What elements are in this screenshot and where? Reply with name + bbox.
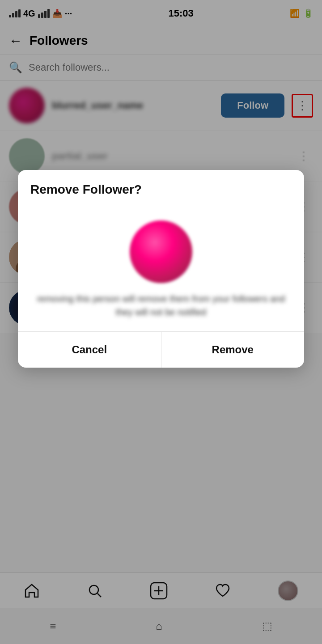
modal-overlay: Remove Follower? removing this person wi… <box>0 0 322 644</box>
modal-title: Remove Follower? <box>30 182 292 197</box>
modal-actions: Cancel Remove <box>18 332 304 368</box>
modal-title-section: Remove Follower? <box>18 170 304 206</box>
remove-follower-modal: Remove Follower? removing this person wi… <box>18 170 304 368</box>
modal-user-avatar <box>130 220 192 283</box>
remove-button[interactable]: Remove <box>161 332 305 368</box>
cancel-button[interactable]: Cancel <box>18 332 161 368</box>
modal-body: removing this person will remove them fr… <box>18 206 304 331</box>
modal-description: removing this person will remove them fr… <box>30 292 292 319</box>
